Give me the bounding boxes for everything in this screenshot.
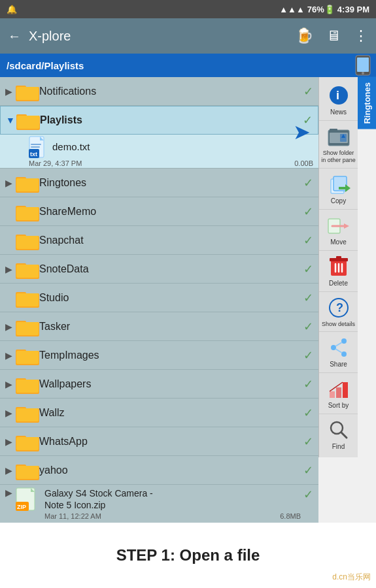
folder-icon-playlists	[16, 108, 40, 132]
show-folder-label: Show folderin other pane	[321, 150, 356, 164]
beer-icon[interactable]: 🍺	[296, 27, 313, 44]
svg-rect-33	[16, 322, 39, 335]
folder-icon-snapchat	[16, 229, 39, 252]
action-find[interactable]: Find	[319, 414, 358, 455]
folder-icon-yahoo	[16, 459, 39, 482]
action-move[interactable]: Move	[319, 210, 358, 251]
folder-icon-snotedata	[16, 257, 39, 281]
status-bar: 🔔 ▲▲▲ 76%🔋 4:39 PM	[0, 0, 376, 18]
folder-name-ringtones: Ringtones	[39, 177, 301, 189]
svg-rect-39	[16, 380, 39, 393]
expand-arrow-wallz: ▶	[5, 408, 16, 418]
folder-templimages[interactable]: ▶ TempImages ✓	[0, 341, 318, 370]
file-demo-txt[interactable]: txt demo.txt Mar 29, 4:37 PM 0.00B	[0, 135, 318, 169]
folder-tasker[interactable]: ▶ Tasker ✓	[0, 312, 318, 341]
svg-rect-42	[16, 408, 39, 421]
action-show-details[interactable]: ? Show details	[319, 292, 358, 333]
folder-wallpapers[interactable]: ▶ Wallpapers ✓	[0, 370, 318, 399]
action-delete[interactable]: Delete	[319, 251, 358, 292]
news-label: News	[330, 108, 347, 116]
action-panel: i News Show folderin other pane	[318, 77, 358, 457]
svg-line-81	[335, 342, 342, 346]
show-details-label: Show details	[322, 321, 355, 328]
folder-name-playlists: Playlists	[40, 114, 300, 126]
action-show-folder[interactable]: Show folderin other pane	[319, 121, 358, 169]
expand-arrow-ringtones: ▶	[5, 178, 16, 188]
action-sort-by[interactable]: Sort by	[319, 373, 358, 414]
ringtones-tab[interactable]: Ringtones	[358, 77, 376, 129]
folder-name-snotedata: SnoteData	[39, 263, 301, 275]
galaxy-zip-date: Mar 11, 12:22 AM	[44, 512, 101, 520]
path-text: /sdcard/Playlists	[7, 60, 84, 71]
svg-rect-5	[16, 87, 39, 100]
svg-rect-1	[357, 57, 369, 72]
expand-arrow-galaxy-zip: ▶	[5, 487, 16, 498]
file-galaxy-zip[interactable]: ▶ ZIP Galaxy S4 Stock Camera -Note 5 Ico…	[0, 485, 318, 523]
folder-notifications[interactable]: ▶ Notifications ✓	[0, 77, 318, 106]
phone-icon	[350, 54, 376, 77]
expand-arrow-snotedata: ▶	[5, 264, 16, 274]
demo-txt-size: 0.00B	[294, 159, 313, 167]
folder-whatsapp[interactable]: ▶ WhatsApp ✓	[0, 427, 318, 456]
svg-rect-21	[16, 207, 39, 220]
folder-ringtones[interactable]: ▶ Ringtones ✓	[0, 169, 318, 197]
folder-icon-wallz	[16, 401, 39, 425]
galaxy-zip-name: Galaxy S4 Stock Camera -Note 5 Icon.zip	[44, 487, 301, 511]
checkmark-whatsapp: ✓	[303, 434, 313, 449]
checkmark-tasker: ✓	[303, 319, 313, 334]
checkmark-galaxy-zip: ✓	[303, 487, 313, 502]
folder-snotedata[interactable]: ▶ SnoteData ✓	[0, 255, 318, 284]
svg-marker-69	[344, 223, 349, 229]
delete-label: Delete	[329, 280, 348, 287]
find-label: Find	[332, 443, 345, 451]
demo-txt-meta: Mar 29, 4:37 PM 0.00B	[29, 159, 313, 167]
folder-icon-wallpapers	[16, 372, 39, 396]
svg-rect-83	[330, 391, 335, 398]
galaxy-zip-size: 6.8MB	[280, 512, 301, 520]
expand-arrow-templimages: ▶	[5, 350, 16, 361]
notification-icon: 🔔	[7, 5, 17, 14]
folder-yahoo[interactable]: ▶ yahoo ✓	[0, 456, 318, 485]
svg-rect-18	[16, 178, 39, 191]
demo-txt-name: demo.txt	[52, 141, 313, 152]
folder-name-templimages: TempImages	[39, 350, 301, 361]
folder-name-snapchat: Snapchat	[39, 235, 301, 246]
checkmark-sharememo: ✓	[303, 204, 313, 219]
show-folder-icon	[327, 125, 350, 148]
folder-icon-whatsapp	[16, 430, 39, 453]
show-details-icon: ?	[327, 296, 350, 319]
action-news[interactable]: i News	[319, 80, 358, 121]
folder-wallz[interactable]: ▶ Wallz ✓	[0, 399, 318, 427]
svg-text:i: i	[336, 89, 339, 102]
folder-studio[interactable]: Studio ✓	[0, 284, 318, 312]
action-share[interactable]: Share	[319, 332, 358, 373]
sort-by-label: Sort by	[328, 402, 349, 410]
svg-line-88	[341, 433, 347, 438]
blue-arrow: ➤	[293, 120, 311, 144]
folder-icon-ringtones	[16, 171, 39, 195]
bottom-instruction: STEP 1: Open a file	[0, 523, 376, 588]
monitor-icon[interactable]: 🖥	[326, 27, 341, 44]
copy-icon	[327, 172, 350, 196]
svg-rect-11	[31, 144, 41, 145]
action-copy[interactable]: Copy	[319, 169, 358, 210]
svg-text:?: ?	[336, 301, 343, 314]
zip-icon-wrapper: ZIP	[16, 487, 39, 514]
folder-snapchat[interactable]: Snapchat ✓	[0, 226, 318, 255]
move-label: Move	[330, 238, 346, 246]
battery-text: 76%🔋	[307, 5, 335, 14]
svg-rect-59	[330, 129, 337, 132]
folder-playlists[interactable]: ▼ Playlists ✓	[0, 106, 318, 135]
app-title: X-plore	[29, 29, 288, 44]
checkmark-templimages: ✓	[303, 348, 313, 363]
svg-rect-30	[16, 293, 39, 306]
svg-rect-8	[17, 116, 39, 129]
folder-name-wallpapers: Wallpapers	[39, 378, 301, 390]
folder-sharememo[interactable]: ShareMemo ✓	[0, 197, 318, 226]
signal-icon: ▲▲▲	[279, 5, 305, 14]
back-button[interactable]: ←	[8, 29, 21, 44]
step-text: STEP 1: Open a file	[116, 546, 260, 564]
menu-icon[interactable]: ⋮	[354, 27, 368, 44]
status-left: 🔔	[7, 5, 17, 14]
folder-name-tasker: Tasker	[39, 321, 301, 333]
